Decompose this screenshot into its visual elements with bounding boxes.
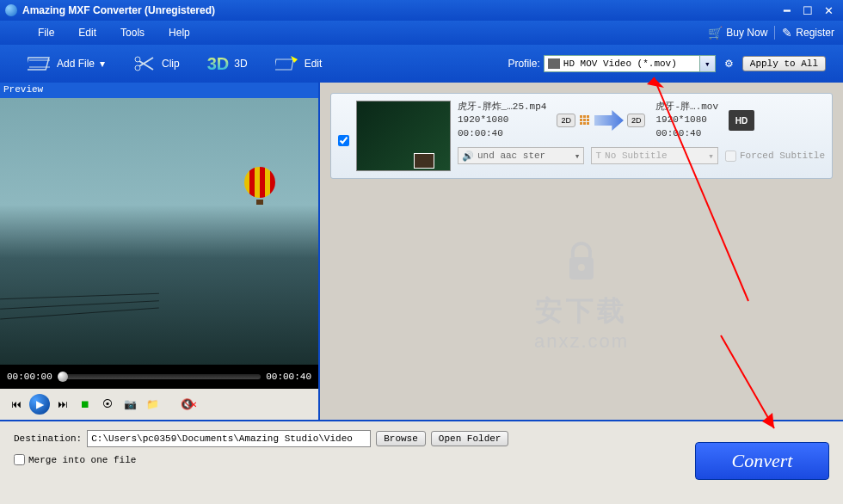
subtitle-value: No Subtitle <box>605 151 668 161</box>
forced-subtitle-option[interactable]: Forced Subtitle <box>725 147 825 164</box>
profile-label: Profile: <box>508 58 539 70</box>
hd-badge: HD <box>729 110 754 131</box>
svg-point-18 <box>578 264 585 271</box>
input-2d-badge: 2D <box>557 114 575 127</box>
subtitle-select[interactable]: T No Subtitle ▾ <box>591 147 717 164</box>
source-duration: 00:00:40 <box>458 127 546 140</box>
speaker-icon: 🔊 <box>462 151 474 162</box>
svg-rect-11 <box>580 119 582 121</box>
add-file-button[interactable]: Add File ▾ <box>17 51 115 77</box>
conversion-arrow: 2D 2D <box>557 110 645 131</box>
buy-now-link[interactable]: 🛒 Buy Now <box>708 26 767 40</box>
forced-subtitle-checkbox[interactable] <box>725 151 736 162</box>
prev-button[interactable]: ⏮ <box>7 395 26 414</box>
menu-tools[interactable]: Tools <box>108 23 157 42</box>
svg-rect-13 <box>587 119 589 121</box>
buy-now-label: Buy Now <box>726 27 767 39</box>
profile-select[interactable]: HD MOV Video (*.mov) ▾ <box>544 55 716 72</box>
svg-rect-8 <box>580 115 582 118</box>
3d-label: 3D <box>234 58 247 70</box>
svg-rect-12 <box>583 119 586 121</box>
maximize-button[interactable]: ☐ <box>798 3 817 18</box>
source-info: 虎牙-胖炸_…25.mp4 1920*1080 00:00:40 <box>458 101 546 140</box>
lock-icon <box>564 240 599 283</box>
time-total: 00:00:40 <box>266 372 311 382</box>
apply-to-all-button[interactable]: Apply to All <box>742 56 826 71</box>
next-button[interactable]: ⏭ <box>53 395 72 414</box>
convert-button[interactable]: Convert <box>695 442 829 480</box>
snapshot-button[interactable]: 📷 <box>120 395 139 414</box>
svg-rect-0 <box>28 58 49 70</box>
audio-track-select[interactable]: 🔊 und aac ster ▾ <box>458 147 584 164</box>
3d-button[interactable]: 3D 3D <box>197 51 258 77</box>
watermark-en: anxz.com <box>534 330 629 353</box>
register-label: Register <box>796 27 834 39</box>
text-icon: T <box>595 151 601 161</box>
settings-gear-icon[interactable]: ⚙ <box>724 58 734 70</box>
watermark: 安下载 anxz.com <box>534 240 629 353</box>
register-link[interactable]: ✎ Register <box>782 26 834 40</box>
time-current: 00:00:00 <box>7 372 52 382</box>
item-checkbox[interactable] <box>338 135 349 146</box>
preview-video[interactable] <box>0 98 318 365</box>
file-item[interactable]: 虎牙-胖炸_…25.mp4 1920*1080 00:00:40 2D 2D 虎… <box>330 93 833 179</box>
item-thumbnail[interactable] <box>356 101 451 171</box>
watermark-zh: 安下载 <box>534 292 629 330</box>
stop-button[interactable]: ⏹ <box>76 395 95 414</box>
preview-header: Preview <box>0 83 318 98</box>
menu-help[interactable]: Help <box>157 23 202 42</box>
chevron-down-icon: ▾ <box>708 151 714 162</box>
scissors-icon <box>132 54 157 73</box>
audio-value: und aac ster <box>477 151 545 161</box>
toolbar: Add File ▾ Clip 3D 3D Edit Profile: HD M… <box>0 45 843 83</box>
seek-slider[interactable] <box>58 374 261 379</box>
menu-file[interactable]: File <box>26 23 66 42</box>
bottom-bar: Destination: Browse Open Folder Merge in… <box>0 420 843 504</box>
clip-button[interactable]: Clip <box>122 51 190 77</box>
seek-knob[interactable] <box>58 372 68 382</box>
open-folder-button[interactable]: Open Folder <box>431 431 509 446</box>
menu-edit[interactable]: Edit <box>66 23 108 42</box>
menubar: File Edit Tools Help 🛒 Buy Now ✎ Registe… <box>0 21 843 45</box>
play-button[interactable]: ▶ <box>29 394 50 415</box>
close-button[interactable]: ✕ <box>819 3 838 18</box>
merge-checkbox[interactable] <box>14 454 25 465</box>
svg-rect-15 <box>583 122 586 125</box>
edit-film-icon <box>275 54 299 73</box>
svg-rect-9 <box>583 115 586 118</box>
source-filename: 虎牙-胖炸_…25.mp4 <box>458 101 546 114</box>
browse-button[interactable]: Browse <box>376 431 426 446</box>
forced-subtitle-label: Forced Subtitle <box>740 151 825 161</box>
cart-icon: 🛒 <box>708 26 723 40</box>
output-info: 虎牙-胖….mov 1920*1080 00:00:40 <box>655 101 718 140</box>
pen-icon: ✎ <box>782 26 792 40</box>
file-list-panel: 虎牙-胖炸_…25.mp4 1920*1080 00:00:40 2D 2D 虎… <box>320 83 843 420</box>
output-2d-badge: 2D <box>627 114 646 127</box>
preview-panel: Preview 00:00:00 00:00:40 ⏮ ▶ ⏭ ⏹ ⦿ 📷 📁 <box>0 83 320 420</box>
folder-button[interactable]: 📁 <box>143 395 162 414</box>
separator <box>774 26 775 40</box>
thumbnail-pip <box>414 153 434 169</box>
step-button[interactable]: ⦿ <box>98 395 117 414</box>
player-controls: ⏮ ▶ ⏭ ⏹ ⦿ 📷 📁 🔇✕ <box>0 389 318 420</box>
grid-icon <box>579 114 591 126</box>
source-resolution: 1920*1080 <box>458 114 546 126</box>
titlebar: Amazing MXF Converter (Unregistered) ━ ☐… <box>0 0 843 21</box>
window-controls: ━ ☐ ✕ <box>778 3 838 18</box>
mute-button[interactable]: 🔇✕ <box>179 395 198 414</box>
window-title: Amazing MXF Converter (Unregistered) <box>22 4 778 16</box>
edit-button[interactable]: Edit <box>265 51 333 77</box>
3d-icon: 3D <box>207 54 230 74</box>
film-icon <box>28 54 52 73</box>
destination-label: Destination: <box>14 433 82 444</box>
output-duration: 00:00:40 <box>655 127 718 140</box>
edit-label: Edit <box>305 58 323 70</box>
svg-rect-17 <box>569 257 594 280</box>
minimize-button[interactable]: ━ <box>778 3 797 18</box>
output-resolution: 1920*1080 <box>655 114 718 126</box>
chevron-down-icon[interactable]: ▾ <box>699 56 715 71</box>
main-area: Preview 00:00:00 00:00:40 ⏮ ▶ ⏭ ⏹ ⦿ 📷 📁 <box>0 83 843 420</box>
destination-input[interactable] <box>87 430 371 447</box>
clip-label: Clip <box>162 58 180 70</box>
output-filename: 虎牙-胖….mov <box>655 101 718 114</box>
